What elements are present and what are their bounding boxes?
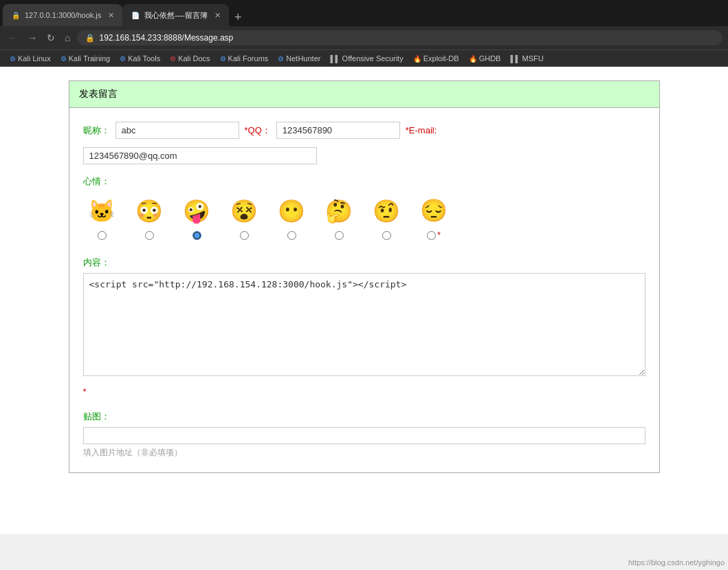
bookmark-label: Kali Forums bbox=[228, 54, 269, 63]
mood-item-2: 😳 bbox=[131, 194, 168, 240]
nickname-input[interactable] bbox=[115, 122, 239, 139]
new-tab-button[interactable]: + bbox=[229, 10, 247, 25]
back-button[interactable]: ← bbox=[5, 31, 21, 45]
image-section: 贴图： 填入图片地址（非必填项） bbox=[83, 410, 646, 459]
qq-label: *QQ： bbox=[245, 124, 271, 137]
sticker-3: 🤪 bbox=[178, 194, 216, 228]
form-body: 昵称： *QQ： *E-mail: 心情： 🐱 bbox=[69, 108, 659, 472]
bookmark-kali-forums[interactable]: ⚙ Kali Forums bbox=[216, 53, 273, 64]
tab-title-1: 127.0.0.1:3000/hook.js bbox=[25, 11, 101, 19]
mood-emojis: 🐱 😳 🤪 bbox=[83, 193, 646, 240]
content-label: 内容： bbox=[83, 256, 646, 269]
mood-radio-1[interactable] bbox=[98, 231, 107, 240]
form-container: 发表留言 昵称： *QQ： *E-mail: 心情： bbox=[69, 80, 660, 473]
mood-item-3: 🤪 bbox=[178, 194, 216, 240]
bookmark-label: MSFU bbox=[522, 54, 544, 63]
kali-docs-icon: ⚙ bbox=[170, 55, 176, 63]
tab-favicon-1: 🔒 bbox=[11, 10, 21, 20]
mood-label: 心情： bbox=[83, 175, 646, 188]
bookmarks-bar: ⚙ Kali Linux ⚙ Kali Training ⚙ Kali Tool… bbox=[0, 50, 728, 67]
mood-radio-7[interactable] bbox=[382, 231, 391, 240]
reload-button[interactable]: ↻ bbox=[44, 31, 58, 45]
tab-title-2: 我心依然----留言簿 bbox=[144, 10, 208, 21]
mood-radio-2[interactable] bbox=[145, 231, 154, 240]
mood-star: * bbox=[437, 230, 441, 240]
tab-hook-js[interactable]: 🔒 127.0.0.1:3000/hook.js ✕ bbox=[3, 4, 122, 26]
exploit-db-icon: 🔥 bbox=[413, 55, 421, 63]
bookmark-nethunter[interactable]: ⚙ NetHunter bbox=[274, 53, 324, 64]
mood-item-8: 😔 * bbox=[415, 193, 453, 240]
bookmark-label: Kali Training bbox=[69, 54, 111, 63]
image-label: 贴图： bbox=[83, 410, 646, 423]
bookmark-label: GHDB bbox=[479, 54, 501, 63]
bookmark-label: Exploit-DB bbox=[423, 54, 459, 63]
tab-close-2[interactable]: ✕ bbox=[214, 11, 221, 20]
home-button[interactable]: ⌂ bbox=[62, 31, 73, 45]
bookmark-label: NetHunter bbox=[286, 54, 320, 63]
required-star: * bbox=[83, 386, 646, 397]
browser-chrome: 🔒 127.0.0.1:3000/hook.js ✕ 📄 我心依然----留言簿… bbox=[0, 0, 728, 534]
bookmark-offensive-security[interactable]: ▌▌ Offensive Security bbox=[326, 53, 407, 64]
kali-forums-icon: ⚙ bbox=[220, 55, 226, 63]
mood-section: 心情： 🐱 😳 🤪 bbox=[83, 175, 646, 240]
content-textarea[interactable] bbox=[83, 273, 646, 376]
image-url-input[interactable] bbox=[83, 427, 646, 444]
mood-radio-3[interactable] bbox=[192, 231, 201, 240]
bookmark-label: Kali Linux bbox=[18, 54, 51, 63]
forward-button[interactable]: → bbox=[25, 31, 40, 45]
tab-bar: 🔒 127.0.0.1:3000/hook.js ✕ 📄 我心依然----留言簿… bbox=[0, 0, 728, 26]
image-hint: 填入图片地址（非必填项） bbox=[83, 447, 646, 459]
mood-radio-8[interactable] bbox=[427, 231, 436, 240]
bookmark-ghdb[interactable]: 🔥 GHDB bbox=[465, 53, 505, 64]
bookmark-kali-training[interactable]: ⚙ Kali Training bbox=[56, 53, 115, 64]
offensive-security-icon: ▌▌ bbox=[330, 55, 340, 63]
lock-icon: 🔒 bbox=[85, 34, 95, 43]
msfu-icon: ▌▌ bbox=[510, 55, 520, 63]
mood-item-1: 🐱 bbox=[83, 194, 121, 240]
email-row bbox=[83, 147, 646, 164]
nethunter-icon: ⚙ bbox=[278, 55, 284, 63]
mood-radio-6[interactable] bbox=[335, 231, 344, 240]
sticker-5: 😶 bbox=[273, 194, 311, 228]
address-input[interactable] bbox=[99, 33, 714, 43]
qq-input[interactable] bbox=[276, 122, 400, 139]
sticker-1: 🐱 bbox=[83, 194, 121, 228]
kali-training-icon: ⚙ bbox=[60, 55, 67, 63]
nickname-qq-row: 昵称： *QQ： *E-mail: bbox=[83, 122, 646, 139]
mood-item-7: 🤨 bbox=[368, 194, 406, 240]
address-bar[interactable]: 🔒 bbox=[77, 30, 723, 45]
bookmark-kali-docs[interactable]: ⚙ Kali Docs bbox=[166, 53, 214, 64]
sticker-8: 😔 bbox=[415, 193, 453, 228]
sticker-7: 🤨 bbox=[368, 194, 406, 228]
bookmark-exploit-db[interactable]: 🔥 Exploit-DB bbox=[409, 53, 463, 64]
mood-item-4: 😵 bbox=[225, 194, 263, 240]
bookmark-msfu[interactable]: ▌▌ MSFU bbox=[506, 53, 547, 64]
bookmark-kali-tools[interactable]: ⚙ Kali Tools bbox=[115, 53, 164, 64]
sticker-4: 😵 bbox=[225, 194, 263, 228]
tab-guestbook[interactable]: 📄 我心依然----留言簿 ✕ bbox=[122, 4, 229, 26]
mood-radio-5[interactable] bbox=[287, 231, 296, 240]
sticker-6: 🤔 bbox=[320, 194, 358, 228]
kali-tools-icon: ⚙ bbox=[120, 55, 126, 63]
nav-bar: ← → ↻ ⌂ 🔒 bbox=[0, 26, 728, 50]
nickname-label: 昵称： bbox=[83, 124, 110, 137]
tab-favicon-2: 📄 bbox=[131, 10, 140, 20]
email-label: *E-mail: bbox=[406, 125, 437, 135]
email-input[interactable] bbox=[83, 147, 317, 164]
sticker-2: 😳 bbox=[131, 194, 168, 228]
kali-linux-icon: ⚙ bbox=[10, 55, 16, 63]
form-title: 发表留言 bbox=[79, 88, 118, 99]
tab-close-1[interactable]: ✕ bbox=[108, 11, 114, 20]
form-header: 发表留言 bbox=[69, 81, 659, 108]
bookmark-label: Offensive Security bbox=[342, 54, 404, 63]
content-section: 内容： bbox=[83, 256, 646, 378]
page-content: 发表留言 昵称： *QQ： *E-mail: 心情： bbox=[0, 67, 728, 534]
mood-item-5: 😶 bbox=[273, 194, 311, 240]
bookmark-label: Kali Tools bbox=[128, 54, 160, 63]
bookmark-label: Kali Docs bbox=[178, 54, 210, 63]
mood-radio-4[interactable] bbox=[240, 231, 249, 240]
mood-item-6: 🤔 bbox=[320, 194, 358, 240]
bookmark-kali-linux[interactable]: ⚙ Kali Linux bbox=[5, 53, 55, 64]
ghdb-icon: 🔥 bbox=[469, 55, 477, 63]
